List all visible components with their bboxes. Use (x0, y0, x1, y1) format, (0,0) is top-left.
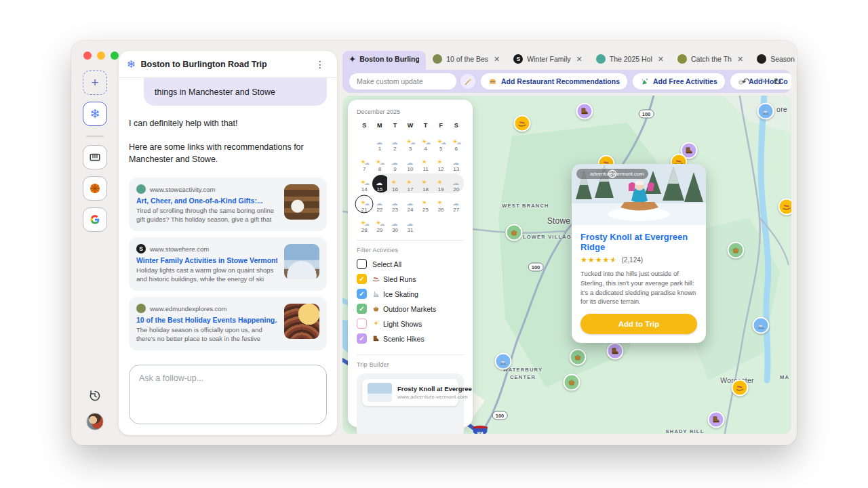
calendar-day-7[interactable]: ☀☁7 (357, 153, 372, 173)
new-chat-button[interactable]: + (83, 70, 107, 95)
tab-active[interactable]: ✦ Boston to Burling (342, 51, 426, 70)
close-tab-button[interactable]: ✕ (658, 55, 664, 64)
calendar-day-15[interactable]: ☁•••15 (372, 174, 388, 193)
calendar-day-16[interactable]: ☀16 (387, 174, 403, 193)
checkbox[interactable] (357, 319, 367, 329)
redo-button[interactable]: ↷ (758, 76, 766, 87)
sidebar-item-google-chat[interactable] (83, 207, 107, 232)
calendar-day-11[interactable]: ☀11 (418, 153, 433, 173)
tab-3[interactable]: Catch the Th ✕ (671, 51, 750, 67)
calendar-day-20[interactable]: ☁•••20 (448, 174, 464, 193)
map-canvas[interactable]: WEST BRANCHStoweLOWER VILLAGEWATERBURY C… (342, 96, 791, 434)
link-title[interactable]: Art, Cheer, and One-of-a-Kind Gifts:... (136, 197, 277, 205)
calendar-day-18[interactable]: ☀18 (418, 174, 433, 193)
filter-item-2[interactable]: ✓ Ice Skating (357, 289, 464, 299)
calendar-day-30[interactable]: ☁•••30 (387, 214, 403, 234)
map-marker-sled[interactable] (514, 115, 531, 132)
sidebar-item-piano-chat[interactable] (83, 145, 107, 169)
followup-input[interactable]: Ask a follow-up... (129, 365, 327, 424)
map-marker-basket[interactable] (564, 374, 580, 391)
filter-item-3[interactable]: ✓ Outdoor Markets (357, 304, 464, 314)
calendar-day-10[interactable]: ☁•••10 (403, 153, 418, 173)
tab-1[interactable]: S Winter Family ✕ (507, 51, 589, 67)
checkbox[interactable] (357, 259, 367, 269)
calendar-day-14[interactable]: ☀☁14 (357, 174, 372, 193)
calendar-day-3[interactable]: ☀☁3 (403, 133, 418, 152)
chip-1[interactable]: Add Free Activities (633, 73, 725, 89)
calendar-day-26[interactable]: ☀26 (433, 194, 449, 214)
calendar-day-8[interactable]: ☀☁8 (372, 153, 388, 173)
map-marker-skate[interactable] (757, 103, 774, 120)
place-title[interactable]: Frosty Knoll at Evergreen Ridge (580, 232, 697, 252)
calendar-day-4[interactable]: ☀☁4 (418, 133, 433, 152)
checkbox[interactable]: ✓ (357, 289, 367, 299)
calendar-day-19[interactable]: ☀19 (433, 174, 449, 193)
map-marker-skate[interactable] (753, 317, 770, 334)
map-marker-boot[interactable] (607, 343, 624, 360)
confetti-icon (640, 77, 649, 86)
refresh-button[interactable]: ↻ (774, 76, 782, 87)
calendar-day-31[interactable]: ☁•••31 (403, 214, 418, 234)
link-card-1[interactable]: S www.stowehere.com Winter Family Activi… (129, 237, 327, 291)
checkbox[interactable]: ✓ (357, 333, 367, 344)
undo-button[interactable]: ↶ (742, 76, 750, 87)
tab-0[interactable]: 10 of the Bes ✕ (426, 51, 507, 67)
close-tab-button[interactable]: ✕ (576, 55, 583, 64)
calendar-day-6[interactable]: ☀☁6 (448, 133, 464, 152)
calendar-day-9[interactable]: ☁•••9 (387, 153, 403, 173)
tab-4[interactable]: Season 2024 ✕ (750, 51, 797, 67)
calendar-day-24[interactable]: ☁•••24 (403, 194, 418, 214)
filter-item-1[interactable]: ✓ Sled Runs (357, 274, 464, 284)
rating-count: (2,124) (621, 256, 643, 264)
chat-menu-button[interactable]: ⋮ (311, 58, 329, 71)
chat-messages[interactable]: things in Manchester and Stowe I can def… (119, 78, 337, 357)
map-marker-basket[interactable] (728, 242, 745, 259)
add-to-trip-button[interactable]: Add to Trip (580, 314, 697, 334)
tab-2[interactable]: The 2025 Hol ✕ (589, 51, 671, 67)
calendar-day-21[interactable]: ☀☁21 (357, 194, 372, 214)
map-marker-basket[interactable] (506, 224, 523, 241)
link-title[interactable]: 10 of the Best Holiday Events Happening.… (136, 316, 277, 324)
checkbox[interactable]: ✓ (357, 274, 367, 284)
calendar-day-1[interactable]: ☁•••1 (372, 133, 388, 152)
filter-label: Light Shows (383, 320, 422, 328)
calendar-day-23[interactable]: ☁•••23 (387, 194, 403, 214)
link-card-0[interactable]: www.stoweactivity.com Art, Cheer, and On… (129, 178, 327, 231)
custom-update-input[interactable]: Make custom update (349, 73, 456, 89)
chip-0[interactable]: Add Restaurant Recommendations (481, 73, 627, 89)
calendar-day-2[interactable]: ☁•••2 (387, 133, 403, 152)
map-marker-sled[interactable] (732, 380, 749, 396)
calendar-day-17[interactable]: ☀17 (403, 174, 418, 193)
calendar-day-29[interactable]: ☀☁29 (372, 214, 388, 234)
tab-favicon: S (513, 54, 523, 64)
filter-item-4[interactable]: Light Shows (357, 319, 464, 329)
history-button[interactable] (87, 388, 102, 403)
calendar-day-28[interactable]: ☀☁28 (357, 214, 372, 234)
link-title[interactable]: Winter Family Activities in Stowe Vermon… (136, 256, 277, 264)
map-marker-basket[interactable] (570, 349, 587, 366)
user-avatar[interactable] (86, 413, 104, 430)
filter-item-5[interactable]: ✓ Scenic Hikes (357, 333, 464, 344)
map-marker-sled[interactable] (778, 199, 792, 216)
trip-item-thumbnail (368, 383, 392, 402)
link-card-2[interactable]: www.edmundexplores.com 10 of the Best Ho… (129, 297, 327, 350)
sidebar-item-snowflake-chat[interactable]: ❄ (83, 102, 107, 126)
magic-wand-button[interactable] (460, 74, 475, 89)
calendar-day-25[interactable]: ☀25 (418, 194, 433, 214)
filter-item-0[interactable]: Select All (357, 259, 464, 269)
close-tab-button[interactable]: ✕ (737, 55, 743, 64)
checkbox[interactable]: ✓ (357, 304, 367, 314)
trip-item[interactable]: Frosty Knoll at Evergreen www.adventure-… (362, 379, 458, 406)
calendar-day-13[interactable]: ☁•••13 (448, 153, 464, 173)
calendar-day-22[interactable]: ☁•••22 (372, 194, 388, 214)
map-marker-skate[interactable] (495, 353, 512, 370)
action-toolbar: Make custom update Add Restaurant Recomm… (342, 70, 791, 93)
snowflake-icon: ❄ (90, 108, 100, 120)
calendar-day-12[interactable]: ☀12 (433, 153, 449, 173)
map-marker-boot[interactable] (708, 411, 725, 428)
sidebar-item-basketball-chat[interactable] (83, 176, 107, 201)
calendar-day-27[interactable]: ☁•••27 (448, 194, 464, 214)
close-tab-button[interactable]: ✕ (494, 55, 500, 64)
map-marker-boot[interactable] (576, 103, 593, 120)
calendar-day-5[interactable]: ☀☁5 (433, 133, 449, 152)
